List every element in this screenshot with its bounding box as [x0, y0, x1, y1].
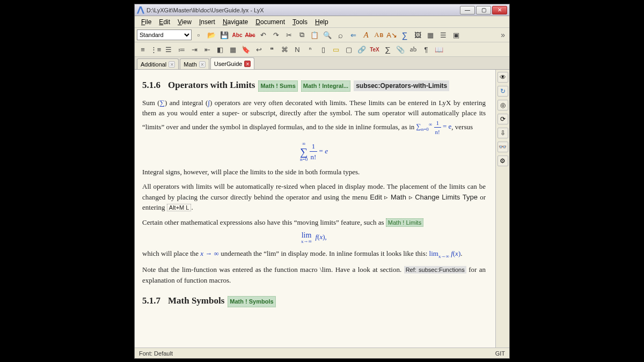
menu-edit[interactable]: Edit: [156, 17, 173, 27]
new-doc-icon[interactable]: ▫: [193, 29, 204, 41]
insert-footnote-icon[interactable]: ⁿ: [304, 43, 316, 55]
view-icon[interactable]: 👁: [497, 72, 508, 83]
insert-nomencl-icon[interactable]: N: [291, 43, 303, 55]
display-math[interactable]: limx→∞ f(x),: [142, 232, 486, 244]
statusbar: Font: Default GIT: [135, 348, 509, 358]
maximize-button[interactable]: ▢: [476, 6, 491, 14]
toolbar-overflow-icon[interactable]: »: [499, 31, 507, 39]
insert-table-icon[interactable]: ▦: [425, 29, 436, 41]
insert-box-icon[interactable]: ▢: [343, 43, 355, 55]
copy-icon[interactable]: ⧉: [296, 29, 308, 41]
find-icon[interactable]: 🔍: [321, 29, 333, 41]
paragraph-style-select[interactable]: Standard: [137, 29, 192, 40]
undo-icon[interactable]: ↶: [257, 29, 269, 41]
workarea: 5.1.6 Operators with Limits Math ! Sums …: [135, 70, 509, 348]
indent-less-icon[interactable]: ⇤: [201, 43, 213, 55]
close-button[interactable]: ✕: [492, 6, 507, 14]
insert-label-icon[interactable]: 🔖: [240, 43, 252, 55]
status-left: Font: Default: [139, 350, 173, 357]
export-icon[interactable]: ⇩: [497, 128, 508, 138]
cross-reference[interactable]: Ref: subsec:Functions: [404, 266, 466, 274]
bullet-list-icon[interactable]: ⋮≡: [150, 43, 162, 55]
document-view[interactable]: 5.1.6 Operators with Limits Math ! Sums …: [135, 70, 495, 348]
tab-math[interactable]: Math×: [180, 58, 209, 69]
find-replace-icon[interactable]: ⌕: [334, 29, 346, 41]
tabbar: Additional× Math× UserGuide×: [135, 57, 509, 70]
close-icon[interactable]: ×: [244, 61, 251, 67]
update-other-icon[interactable]: ⚙: [497, 156, 508, 166]
toolbar-1: Standard ▫ 📂 💾 Abc Abc ↶ ↷ ✂ ⧉ 📋 🔍 ⌕ ⇐ A…: [135, 28, 509, 42]
toggle-toolbar-icon[interactable]: ▣: [450, 29, 462, 41]
section-title: Operators with Limits: [168, 78, 255, 92]
menu-insert[interactable]: Insert: [196, 17, 218, 27]
window-title: D:\LyXGit\Master\lib\doc\UserGuide.lyx -…: [147, 7, 460, 13]
inline-math[interactable]: x → ∞: [200, 249, 219, 257]
description-icon[interactable]: ≔: [175, 43, 187, 55]
insert-margin-icon[interactable]: ▯: [317, 43, 329, 55]
insert-note-icon[interactable]: ▭: [330, 43, 342, 55]
lyx-app-icon: [137, 6, 144, 14]
update-icon[interactable]: ↻: [497, 86, 508, 97]
close-icon[interactable]: ×: [169, 61, 175, 68]
redo-icon[interactable]: ↷: [270, 29, 282, 41]
math-display-icon[interactable]: ∑̲: [382, 43, 393, 55]
insert-citation-icon[interactable]: ❝: [266, 43, 277, 55]
include-file-icon[interactable]: 📎: [394, 43, 406, 55]
paragraph: Integral signs, however, will place the …: [142, 167, 486, 178]
insert-graphics-icon[interactable]: 🖼: [412, 29, 423, 41]
insert-crossref-icon[interactable]: ↩: [253, 43, 265, 55]
toggle-outline-icon[interactable]: ☰: [437, 29, 449, 41]
paragraph: Certain other mathematical expressions a…: [142, 217, 486, 228]
tab-userguide[interactable]: UserGuide×: [210, 57, 255, 69]
paste-icon[interactable]: 📋: [309, 29, 320, 41]
tex-code-icon[interactable]: TeX: [369, 43, 380, 55]
inline-math[interactable]: ∑: [160, 99, 165, 107]
menu-file[interactable]: File: [138, 17, 155, 27]
insert-url-icon[interactable]: 🔗: [356, 43, 368, 55]
minimize-button[interactable]: —: [460, 6, 475, 14]
inline-math[interactable]: ∑n=0∞ 1n! = e: [416, 122, 452, 130]
close-icon[interactable]: ×: [199, 61, 206, 68]
menu-document[interactable]: Document: [252, 17, 288, 27]
menu-help[interactable]: Help: [312, 17, 332, 27]
paragraph-settings-icon[interactable]: ¶: [420, 43, 432, 55]
section-number: 5.1.7: [142, 294, 160, 308]
insert-index-icon[interactable]: ⌘: [279, 43, 290, 55]
toolbar-2: ≡ ⋮≡ ☰ ≔ ⇥ ⇤ ◧ ▦ 🔖 ↩ ❝ ⌘ N ⁿ ▯ ▭ ▢ 🔗 TeX…: [135, 42, 509, 57]
float-figure-icon[interactable]: ◧: [214, 43, 226, 55]
index-entry[interactable]: Math ! Symbols: [228, 296, 275, 307]
spellcheck-continuous-icon[interactable]: Abc: [244, 29, 256, 41]
emph-icon[interactable]: A: [360, 29, 372, 41]
index-entry[interactable]: Math ! Integral...: [301, 80, 350, 92]
update-master-icon[interactable]: ⟳: [497, 114, 508, 124]
float-table-icon[interactable]: ▦: [227, 43, 239, 55]
numbered-list-icon[interactable]: ≡: [137, 43, 149, 55]
view-other-icon[interactable]: 👓: [497, 142, 508, 152]
noun-icon[interactable]: Aʙ: [373, 29, 385, 41]
view-master-icon[interactable]: ◎: [497, 100, 508, 110]
navigate-back-icon[interactable]: ⇐: [347, 29, 359, 41]
open-icon[interactable]: 📂: [206, 29, 217, 41]
tab-additional[interactable]: Additional×: [137, 58, 179, 69]
display-math[interactable]: ∞∑n=0 1n! = e: [142, 141, 486, 162]
menu-navigate[interactable]: Navigate: [219, 17, 251, 27]
math-icon[interactable]: ∑: [399, 29, 411, 41]
app-window: D:\LyXGit\Master\lib\doc\UserGuide.lyx -…: [134, 4, 510, 359]
save-icon[interactable]: 💾: [218, 29, 230, 41]
status-right: GIT: [495, 350, 505, 357]
paragraph: Note that the lim-function was entered a…: [142, 264, 486, 285]
list-icon[interactable]: ☰: [163, 43, 174, 55]
cut-icon[interactable]: ✂: [283, 29, 295, 41]
menu-tools[interactable]: Tools: [289, 17, 311, 27]
menu-view[interactable]: View: [174, 17, 195, 27]
thesaurus-icon[interactable]: 📖: [433, 43, 445, 55]
text-style-icon[interactable]: ab: [407, 43, 419, 55]
label-inset[interactable]: subsec:Operators-with-Limits: [354, 80, 449, 91]
spellcheck-icon[interactable]: Abc: [231, 29, 243, 41]
indent-more-icon[interactable]: ⇥: [188, 43, 200, 55]
index-entry[interactable]: Math ! Limits: [386, 218, 423, 227]
section-title: Math Symbols: [168, 294, 224, 308]
index-entry[interactable]: Math ! Sums: [258, 80, 297, 92]
inline-math[interactable]: limx→∞ f(x): [429, 249, 461, 257]
apply-style-icon[interactable]: A↘: [386, 29, 398, 41]
